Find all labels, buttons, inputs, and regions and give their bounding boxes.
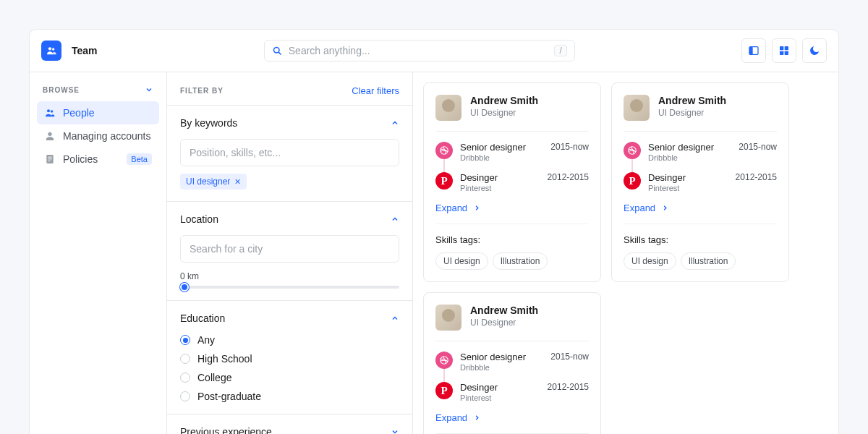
results-grid: Andrew Smith UI Designer Senior designer… (413, 72, 838, 434)
expand-label: Expand (624, 203, 655, 213)
theme-toggle-button[interactable] (802, 38, 827, 63)
pinterest-icon: P (435, 382, 453, 399)
avatar (435, 95, 461, 121)
search-input[interactable] (289, 45, 549, 56)
timeline-connector (631, 158, 633, 174)
search-box[interactable]: / (264, 40, 575, 61)
svg-rect-6 (780, 46, 783, 50)
panel-icon (748, 45, 760, 56)
experience-list: Senior designer Dribbble 2015-now P Desi… (624, 132, 777, 200)
filter-experience-section: Previous experience (167, 414, 412, 434)
card-header: Andrew Smith UI Designer (435, 95, 589, 132)
svg-point-10 (47, 109, 50, 112)
skill-tag[interactable]: UI design (624, 252, 676, 270)
experience-title: Desinger (648, 172, 728, 183)
filter-header-label: FILTER BY (180, 87, 224, 95)
experience-item: P Desinger Pinterest 2012-2015 (624, 172, 777, 192)
panel-toggle-button[interactable] (741, 38, 766, 63)
education-option-label: High School (197, 353, 252, 365)
sidebar: BROWSE People Managing accounts Policies… (30, 72, 167, 434)
people-icon (46, 45, 57, 56)
person-card: Andrew Smith UI Designer Senior designer… (611, 82, 789, 282)
expand-button[interactable]: Expand (435, 409, 589, 434)
grid-view-button[interactable] (772, 38, 796, 63)
education-option[interactable]: High School (180, 353, 399, 365)
card-header: Andrew Smith UI Designer (624, 95, 777, 132)
svg-point-2 (273, 47, 279, 53)
experience-item: P Desinger Pinterest 2012-2015 (435, 382, 589, 402)
svg-rect-8 (780, 51, 783, 55)
experience-company: Dribbble (460, 153, 543, 162)
experience-title: Desinger (460, 382, 540, 393)
skill-tag[interactable]: Illustration (681, 252, 736, 270)
expand-label: Expand (435, 412, 467, 423)
experience-title: Senior designer (460, 142, 543, 153)
radio-icon (180, 335, 190, 345)
main-body: BROWSE People Managing accounts Policies… (30, 72, 838, 434)
dribbble-icon (624, 142, 641, 159)
sidebar-item-people[interactable]: People (37, 101, 159, 124)
svg-point-1 (52, 48, 54, 50)
svg-rect-15 (48, 158, 51, 159)
chip-remove-icon[interactable]: × (234, 176, 240, 187)
filter-education-header[interactable]: Education (180, 312, 399, 324)
skills-label: Skills tags: (624, 234, 777, 245)
keywords-input[interactable] (180, 139, 399, 166)
filter-location-header[interactable]: Location (180, 213, 399, 225)
grid-icon (778, 45, 790, 56)
nav-icon (44, 107, 56, 119)
experience-list: Senior designer Dribbble 2015-now P Desi… (435, 341, 589, 409)
nav-item-label: Policies (63, 153, 98, 165)
experience-title: Senior designer (460, 352, 543, 362)
filter-experience-title: Previous experience (180, 426, 272, 434)
filter-panel: FILTER BY Clear filters By keywords UI d… (167, 72, 413, 434)
person-name: Andrew Smith (470, 305, 538, 316)
distance-slider[interactable] (180, 286, 399, 289)
nav-item-label: Managing accounts (63, 130, 150, 142)
skill-tags: UI designIllustration (435, 252, 589, 270)
skill-tag[interactable]: UI design (435, 252, 488, 270)
svg-point-12 (48, 132, 51, 136)
clear-filters-link[interactable]: Clear filters (352, 85, 399, 96)
svg-point-11 (51, 110, 53, 112)
filter-location-section: Location 0 km (167, 201, 412, 300)
dribbble-icon (435, 352, 453, 369)
experience-company: Pinterest (648, 184, 728, 192)
slider-thumb[interactable] (180, 283, 189, 292)
svg-rect-9 (785, 51, 788, 55)
person-role: UI Designer (658, 108, 726, 118)
search-icon (272, 46, 283, 56)
svg-rect-16 (48, 161, 50, 161)
education-option[interactable]: Post-graduate (180, 391, 399, 402)
location-input[interactable] (180, 235, 399, 263)
skills-label: Skills tags: (435, 234, 589, 245)
education-option-label: Post-graduate (197, 391, 261, 402)
education-option[interactable]: Any (180, 334, 399, 346)
experience-company: Pinterest (460, 184, 540, 192)
pinterest-icon: P (624, 172, 641, 190)
filter-experience-header[interactable]: Previous experience (180, 426, 399, 434)
nav-icon (44, 130, 56, 142)
sidebar-item-policies[interactable]: Policies Beta (37, 148, 159, 171)
app-logo (41, 41, 61, 61)
card-header: Andrew Smith UI Designer (435, 305, 589, 341)
experience-dates: 2012-2015 (548, 172, 589, 182)
experience-dates: 2015-now (550, 352, 589, 362)
education-option[interactable]: College (180, 372, 399, 383)
person-role: UI Designer (470, 318, 538, 328)
header-actions (741, 38, 827, 63)
education-option-label: College (197, 372, 231, 383)
expand-button[interactable]: Expand (435, 200, 589, 224)
beta-badge: Beta (127, 153, 152, 165)
filter-keywords-header[interactable]: By keywords (180, 117, 399, 129)
chevron-up-icon (391, 215, 399, 224)
chevron-down-icon[interactable] (145, 85, 153, 94)
sidebar-item-managing-accounts[interactable]: Managing accounts (37, 124, 159, 148)
skill-tag[interactable]: Illustration (493, 252, 548, 270)
expand-button[interactable]: Expand (624, 200, 777, 224)
app-window: Team / BROWSE (29, 29, 839, 434)
experience-dates: 2015-now (550, 142, 589, 152)
moon-icon (809, 45, 820, 56)
experience-dates: 2012-2015 (736, 172, 777, 182)
header: Team / (30, 30, 838, 72)
